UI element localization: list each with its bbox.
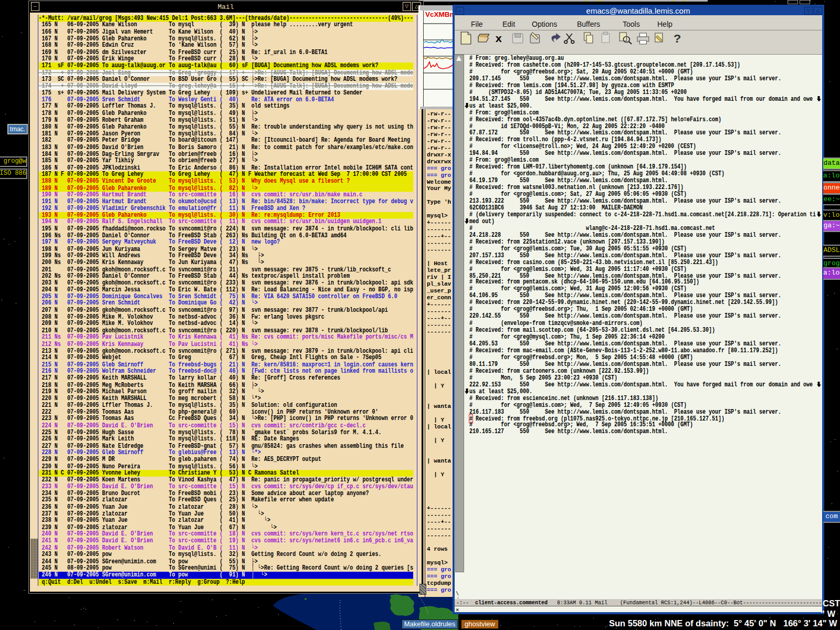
svg-text:?: ? (674, 32, 681, 45)
svg-text:x: x (496, 33, 502, 44)
